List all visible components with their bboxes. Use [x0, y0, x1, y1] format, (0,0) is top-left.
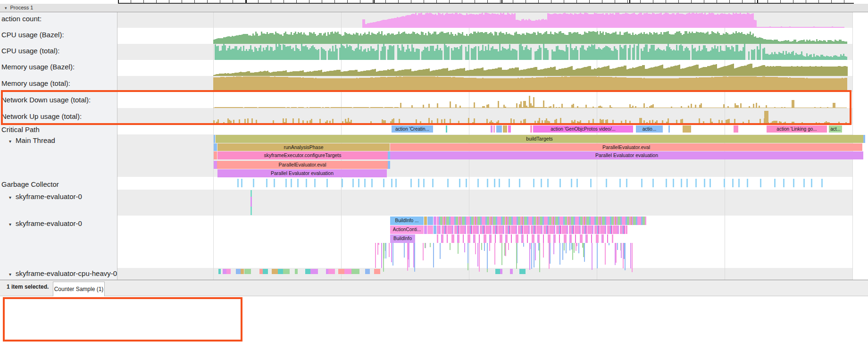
cpu-heavy-event[interactable]: [263, 269, 268, 274]
critical-path-span[interactable]: act...: [829, 125, 842, 133]
main-thread-span[interactable]: runAnalysisPhase: [217, 143, 390, 151]
main-thread-span[interactable]: [214, 135, 215, 143]
gc-tick[interactable]: [811, 179, 812, 187]
skyframe2-span[interactable]: ActionConti...: [390, 225, 424, 234]
gc-tick[interactable]: [410, 179, 412, 187]
cpu-heavy-event[interactable]: [305, 269, 310, 274]
gc-tick[interactable]: [821, 179, 823, 187]
main-thread-span[interactable]: buildTargets: [216, 135, 863, 143]
gc-tick[interactable]: [783, 179, 785, 187]
gc-tick[interactable]: [391, 179, 392, 187]
collapse-icon[interactable]: ▾: [9, 195, 11, 200]
main-thread-span[interactable]: ParallelEvaluator.eval: [390, 143, 862, 151]
tab-counter-sample[interactable]: Counter Sample (1): [53, 282, 105, 296]
gc-tick[interactable]: [571, 179, 572, 187]
track-row-bg[interactable]: [117, 177, 852, 190]
critical-path-span[interactable]: [530, 125, 532, 133]
gc-tick[interactable]: [237, 179, 239, 187]
gc-tick[interactable]: [541, 179, 542, 187]
critical-path-span[interactable]: [496, 125, 502, 133]
cpu-heavy-event[interactable]: [365, 269, 370, 274]
gc-tick[interactable]: [760, 179, 761, 187]
skyframe2-span[interactable]: [424, 225, 427, 234]
gc-tick[interactable]: [364, 179, 366, 187]
counter-chart-memory-usage-bazel-[interactable]: [117, 60, 852, 76]
main-thread-span[interactable]: [214, 151, 217, 159]
collapse-icon[interactable]: ▾: [9, 272, 11, 277]
cpu-heavy-event[interactable]: [241, 269, 244, 274]
gc-tick[interactable]: [342, 179, 343, 187]
gc-tick[interactable]: [803, 179, 805, 187]
gc-tick[interactable]: [459, 179, 460, 187]
cpu-heavy-event[interactable]: [510, 269, 513, 274]
gc-tick[interactable]: [793, 179, 794, 187]
critical-path-span[interactable]: action 'Linking go...: [767, 125, 827, 133]
main-thread-span[interactable]: Parallel Evaluator evaluation: [217, 169, 387, 177]
gc-tick[interactable]: [383, 179, 384, 187]
skyframe2-span[interactable]: [424, 217, 427, 225]
skyframe2-span[interactable]: [427, 217, 433, 225]
gc-tick[interactable]: [509, 179, 510, 187]
gc-tick[interactable]: [619, 179, 621, 187]
track-row-bg[interactable]: [117, 124, 852, 134]
counter-chart-cpu-usage-total-[interactable]: [117, 44, 852, 60]
cpu-heavy-event[interactable]: [338, 269, 344, 274]
gc-tick[interactable]: [626, 179, 627, 187]
gc-tick[interactable]: [266, 179, 267, 187]
cpu-heavy-event[interactable]: [278, 269, 283, 274]
cpu-heavy-event[interactable]: [500, 269, 502, 274]
gc-tick[interactable]: [641, 179, 643, 187]
gc-tick[interactable]: [704, 179, 705, 187]
gc-tick[interactable]: [291, 179, 292, 187]
gc-tick[interactable]: [666, 179, 667, 187]
skyframe2-span[interactable]: [427, 225, 433, 234]
gc-tick[interactable]: [738, 179, 740, 187]
critical-path-span[interactable]: [508, 125, 511, 133]
cpu-heavy-event[interactable]: [223, 269, 226, 274]
event-stripe-block[interactable]: [437, 217, 646, 225]
collapse-icon[interactable]: ▾: [9, 139, 11, 144]
gc-tick[interactable]: [559, 179, 561, 187]
main-thread-span[interactable]: [863, 135, 865, 143]
counter-chart-cpu-usage-bazel-[interactable]: [117, 28, 852, 44]
skyframe2-span[interactable]: BuildInfo ...: [390, 217, 424, 225]
gc-tick[interactable]: [253, 179, 254, 187]
counter-chart-memory-usage-total-[interactable]: [117, 76, 852, 92]
skyframe2-span[interactable]: [434, 225, 436, 234]
critical-path-span[interactable]: [491, 125, 492, 133]
cpu-heavy-event[interactable]: [283, 269, 290, 274]
gc-tick[interactable]: [326, 179, 328, 187]
cpu-heavy-event[interactable]: [328, 269, 335, 274]
gc-tick[interactable]: [681, 179, 682, 187]
critical-path-span[interactable]: action 'GenObjcProtos video/...: [533, 125, 633, 133]
gc-tick[interactable]: [447, 179, 449, 187]
critical-path-span[interactable]: [683, 125, 691, 133]
skyframe2-span[interactable]: [434, 217, 436, 225]
collapse-icon[interactable]: ▾: [5, 6, 7, 10]
gc-tick[interactable]: [487, 179, 488, 187]
cpu-heavy-event[interactable]: [259, 269, 263, 274]
main-thread-span[interactable]: [388, 161, 390, 169]
cpu-heavy-event[interactable]: [495, 269, 500, 274]
counter-chart-network-down-usage-total-[interactable]: [117, 92, 852, 108]
gc-tick[interactable]: [297, 179, 299, 187]
cpu-heavy-event[interactable]: [314, 269, 318, 274]
main-thread-span[interactable]: skyframeExecutor.configureTargets: [217, 151, 388, 159]
critical-path-span[interactable]: [493, 125, 495, 133]
collapse-icon[interactable]: ▾: [9, 222, 11, 227]
cpu-heavy-event[interactable]: [236, 269, 241, 274]
gc-tick[interactable]: [499, 179, 500, 187]
gc-tick[interactable]: [519, 179, 520, 187]
cpu-heavy-event[interactable]: [218, 269, 221, 274]
gc-tick[interactable]: [432, 179, 434, 187]
event-stripe-block[interactable]: [437, 225, 627, 234]
process-header[interactable]: ▾Process 1: [0, 4, 868, 12]
main-thread-span[interactable]: ParallelEvaluator.eval: [217, 161, 388, 169]
gc-tick[interactable]: [418, 179, 419, 187]
gc-tick[interactable]: [285, 179, 287, 187]
cpu-heavy-event[interactable]: [295, 269, 298, 274]
gc-tick[interactable]: [466, 179, 467, 187]
gc-tick[interactable]: [774, 179, 776, 187]
cpu-heavy-event[interactable]: [354, 269, 359, 274]
critical-path-span[interactable]: [503, 125, 507, 133]
